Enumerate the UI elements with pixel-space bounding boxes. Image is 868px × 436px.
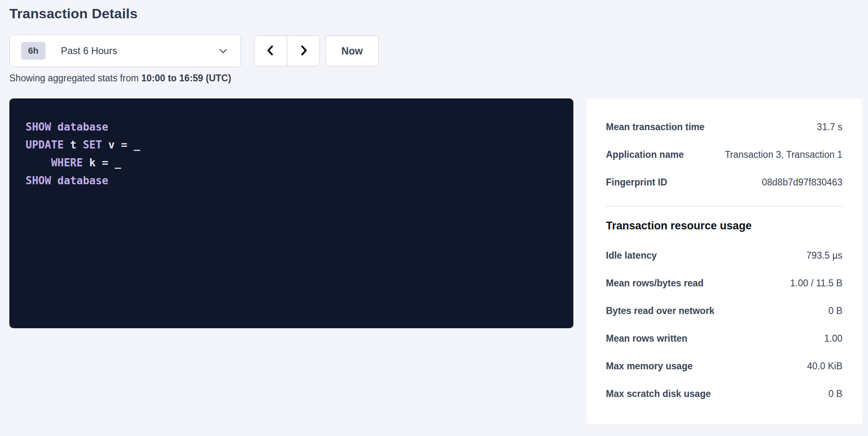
sql-keyword: SHOW <box>26 121 51 133</box>
stat-label: Mean transaction time <box>606 122 705 133</box>
stat-label: Application name <box>606 149 684 160</box>
stat-value: 793.5 µs <box>806 250 842 261</box>
sql-keyword: database <box>57 174 108 187</box>
stat-row: Fingerprint ID08d8b7d97f830463 <box>606 168 842 196</box>
sql-text: v = _ <box>102 139 140 151</box>
stat-label: Max scratch disk usage <box>606 388 711 399</box>
time-nav-group <box>254 35 320 66</box>
resource-usage-section: Idle latency793.5 µsMean rows/bytes read… <box>606 242 842 408</box>
sql-text: k = _ <box>83 157 121 169</box>
sql-text <box>26 157 51 169</box>
content-row: SHOW databaseUPDATE t SET v = _ WHERE k … <box>9 98 863 425</box>
now-button[interactable]: Now <box>326 35 379 66</box>
stat-value: 0 B <box>828 305 842 316</box>
overview-stats-section: Mean transaction time31.7 sApplication n… <box>606 113 842 196</box>
prev-interval-button[interactable] <box>254 36 287 66</box>
time-range-selected-label: Past 6 Hours <box>61 45 117 57</box>
stat-label: Bytes read over network <box>606 305 714 316</box>
sql-line: SHOW database <box>26 118 557 136</box>
sql-line: UPDATE t SET v = _ <box>26 136 557 154</box>
stat-label: Fingerprint ID <box>606 177 667 188</box>
stat-value: 31.7 s <box>817 122 842 133</box>
stat-row: Bytes read over network0 B <box>606 297 842 325</box>
stat-label: Max memory usage <box>606 361 692 372</box>
stat-value: 0 B <box>828 388 842 399</box>
sql-keyword: SET <box>83 139 102 151</box>
stat-value: Transaction 3, Transaction 1 <box>725 149 842 160</box>
stat-value: 08d8b7d97f830463 <box>762 177 842 188</box>
stat-row: Mean rows/bytes read1.00 / 11.5 B <box>606 269 842 297</box>
time-range-badge: 6h <box>21 42 46 60</box>
stat-label: Idle latency <box>606 250 657 261</box>
aggregated-stats-range: 10:00 to 16:59 (UTC) <box>141 73 231 83</box>
stat-value: 1.00 / 11.5 B <box>790 278 842 289</box>
sql-text <box>51 121 58 133</box>
stat-label: Mean rows/bytes read <box>606 278 703 289</box>
sql-text: t <box>64 139 83 151</box>
stat-row: Mean rows written1.00 <box>606 325 842 352</box>
stat-row: Max memory usage40.0 KiB <box>606 352 842 380</box>
chevron-down-icon <box>217 45 229 57</box>
stat-value: 40.0 KiB <box>807 361 842 372</box>
chevron-right-icon <box>297 44 310 59</box>
page-title: Transaction Details <box>9 6 863 22</box>
stat-value: 1.00 <box>824 333 842 344</box>
sql-keyword: SHOW <box>26 174 51 187</box>
time-range-dropdown[interactable]: 6h Past 6 Hours <box>9 35 241 67</box>
sql-line: SHOW database <box>26 172 557 190</box>
card-divider <box>606 206 842 207</box>
chevron-left-icon <box>264 44 278 59</box>
next-interval-button[interactable] <box>287 36 319 66</box>
stat-row: Max scratch disk usage0 B <box>606 380 842 408</box>
sql-keyword: WHERE <box>51 157 83 169</box>
sql-text <box>51 174 58 187</box>
resource-usage-heading: Transaction resource usage <box>606 220 842 232</box>
sql-code: SHOW databaseUPDATE t SET v = _ WHERE k … <box>26 118 557 190</box>
time-controls: 6h Past 6 Hours Now <box>9 35 863 67</box>
stat-row: Idle latency793.5 µs <box>606 242 842 269</box>
sql-keyword: UPDATE <box>26 139 64 151</box>
stat-label: Mean rows written <box>606 333 688 344</box>
transaction-details-page: Transaction Details 6h Past 6 Hours Now … <box>0 0 868 425</box>
stat-row: Application nameTransaction 3, Transacti… <box>606 141 842 168</box>
aggregated-stats-line: Showing aggregated stats from 10:00 to 1… <box>9 73 863 84</box>
sql-line: WHERE k = _ <box>26 154 557 172</box>
aggregated-stats-prefix: Showing aggregated stats from <box>9 73 141 83</box>
transaction-summary-card: Mean transaction time31.7 sApplication n… <box>586 98 863 425</box>
sql-keyword: database <box>57 121 108 133</box>
stat-row: Mean transaction time31.7 s <box>606 113 842 141</box>
sql-statement-box: SHOW databaseUPDATE t SET v = _ WHERE k … <box>9 98 573 328</box>
